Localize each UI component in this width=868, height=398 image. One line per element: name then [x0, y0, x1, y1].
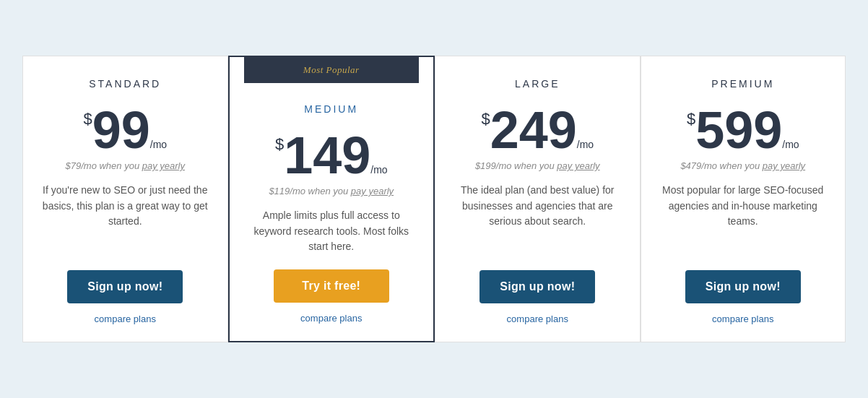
compare-plans-large[interactable]: compare plans	[507, 313, 568, 324]
signup-button-medium[interactable]: Try it free!	[274, 269, 389, 303]
compare-plans-standard[interactable]: compare plans	[95, 313, 156, 324]
plan-description-premium: Most popular for large SEO-focused agenc…	[656, 183, 831, 230]
yearly-link-medium[interactable]: pay yearly	[351, 186, 394, 196]
compare-plans-medium[interactable]: compare plans	[300, 313, 362, 324]
price-dollar-large: $	[481, 110, 490, 129]
plan-name-standard: STANDARD	[89, 78, 161, 90]
most-popular-banner: Most Popular	[244, 57, 420, 83]
price-dollar-standard: $	[83, 110, 92, 129]
yearly-link-large[interactable]: pay yearly	[557, 160, 599, 171]
price-mo-large: /mo	[577, 139, 594, 150]
signup-button-premium[interactable]: Sign up now!	[685, 270, 801, 303]
price-row-medium: $ 149 /mo	[275, 129, 388, 181]
price-row-standard: $ 99 /mo	[83, 104, 167, 156]
pricing-container: STANDARD $ 99 /mo $79/mo when you pay ye…	[22, 56, 846, 342]
yearly-link-premium[interactable]: pay yearly	[763, 160, 805, 171]
plan-card-premium: PREMIUM $ 599 /mo $479/mo when you pay y…	[641, 56, 846, 342]
plan-description-medium: Ample limits plus full access to keyword…	[244, 208, 420, 255]
yearly-note-standard: $79/mo when you pay yearly	[66, 160, 185, 171]
price-row-premium: $ 599 /mo	[687, 104, 799, 156]
plan-name-medium: MEDIUM	[304, 103, 358, 115]
plan-name-premium: PREMIUM	[711, 78, 774, 90]
price-amount-premium: 599	[695, 104, 782, 156]
plan-card-medium: Most PopularMEDIUM $ 149 /mo $119/mo whe…	[228, 56, 435, 342]
price-amount-medium: 149	[284, 129, 370, 181]
yearly-link-standard[interactable]: pay yearly	[142, 160, 185, 171]
plan-description-standard: If you're new to SEO or just need the ba…	[38, 183, 213, 230]
price-dollar-medium: $	[275, 135, 284, 154]
price-mo-standard: /mo	[150, 139, 167, 150]
plan-name-large: LARGE	[515, 78, 560, 90]
yearly-note-medium: $119/mo when you pay yearly	[269, 186, 394, 196]
plan-description-large: The ideal plan (and best value) for busi…	[450, 183, 625, 230]
price-mo-medium: /mo	[370, 164, 387, 176]
plan-card-standard: STANDARD $ 99 /mo $79/mo when you pay ye…	[22, 56, 228, 342]
price-amount-large: 249	[490, 104, 577, 156]
yearly-note-large: $199/mo when you pay yearly	[475, 160, 600, 171]
signup-button-standard[interactable]: Sign up now!	[67, 270, 183, 303]
yearly-note-premium: $479/mo when you pay yearly	[680, 160, 805, 171]
price-mo-premium: /mo	[782, 139, 799, 150]
price-amount-standard: 99	[92, 104, 150, 156]
compare-plans-premium[interactable]: compare plans	[712, 313, 773, 324]
plan-card-large: LARGE $ 249 /mo $199/mo when you pay yea…	[435, 56, 641, 342]
price-dollar-premium: $	[687, 110, 695, 129]
price-row-large: $ 249 /mo	[481, 104, 594, 156]
signup-button-large[interactable]: Sign up now!	[479, 270, 595, 303]
